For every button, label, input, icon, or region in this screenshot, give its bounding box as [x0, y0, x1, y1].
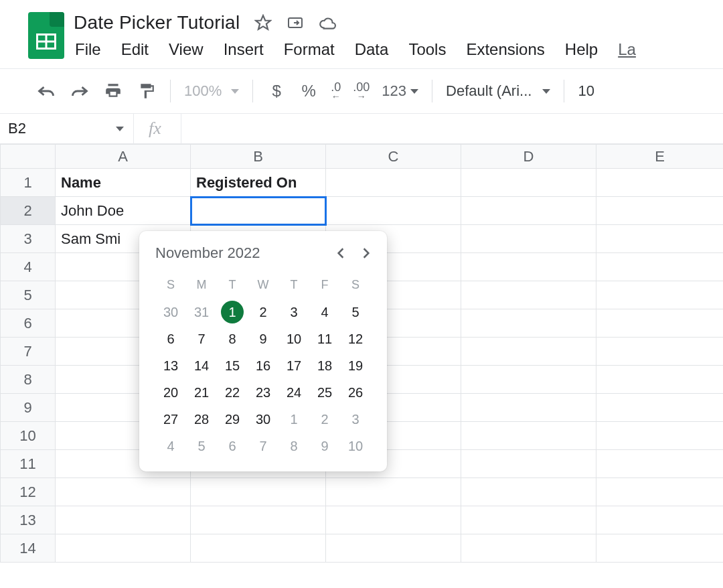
- cell-E1[interactable]: [596, 169, 724, 197]
- increase-decimals-button[interactable]: .00→: [353, 81, 370, 101]
- date-picker-day[interactable]: 16: [248, 352, 278, 379]
- star-icon[interactable]: [254, 14, 272, 31]
- cell-A13[interactable]: [56, 506, 191, 534]
- cell-B13[interactable]: [191, 506, 326, 534]
- cell-E3[interactable]: [596, 225, 724, 253]
- date-picker-day[interactable]: 9: [248, 325, 278, 352]
- date-picker-day[interactable]: 1: [278, 406, 309, 433]
- menu-data[interactable]: Data: [355, 40, 389, 59]
- cell-A12[interactable]: [56, 478, 191, 506]
- cell-C13[interactable]: [326, 506, 461, 534]
- menu-insert[interactable]: Insert: [224, 40, 264, 59]
- date-picker-day[interactable]: 11: [309, 325, 340, 352]
- paint-format-icon[interactable]: [137, 81, 157, 101]
- date-picker-next-month[interactable]: [362, 247, 371, 259]
- cell-A1[interactable]: Name: [56, 169, 191, 197]
- currency-format-icon[interactable]: $: [266, 81, 287, 101]
- date-picker-day[interactable]: 29: [217, 406, 248, 433]
- print-icon[interactable]: [103, 81, 123, 101]
- cell-E2[interactable]: [596, 197, 724, 225]
- cell-D4[interactable]: [461, 253, 596, 281]
- cell-A14[interactable]: [56, 534, 191, 563]
- row-header[interactable]: 3: [1, 225, 56, 253]
- col-header-E[interactable]: E: [596, 145, 724, 169]
- date-picker-day[interactable]: 10: [340, 433, 371, 459]
- date-picker-day[interactable]: 26: [340, 379, 371, 406]
- cell-D1[interactable]: [461, 169, 596, 197]
- date-picker-day[interactable]: 8: [217, 325, 248, 352]
- select-all-corner[interactable]: [1, 145, 56, 169]
- date-picker-month-label[interactable]: November 2022: [155, 244, 260, 262]
- date-picker-day[interactable]: 30: [248, 406, 278, 433]
- cell-E7[interactable]: [596, 338, 724, 366]
- menu-extensions[interactable]: Extensions: [466, 40, 544, 59]
- date-picker-day[interactable]: 2: [248, 299, 278, 325]
- date-picker-day[interactable]: 2: [309, 406, 340, 433]
- cell-D12[interactable]: [461, 478, 596, 506]
- row-header[interactable]: 7: [1, 338, 56, 366]
- cell-D6[interactable]: [461, 309, 596, 338]
- cell-E5[interactable]: [596, 281, 724, 309]
- row-header[interactable]: 1: [1, 169, 56, 197]
- cell-D5[interactable]: [461, 281, 596, 309]
- row-header[interactable]: 13: [1, 506, 56, 534]
- row-header[interactable]: 4: [1, 253, 56, 281]
- cell-B14[interactable]: [191, 534, 326, 563]
- row-header[interactable]: 6: [1, 309, 56, 338]
- cell-D2[interactable]: [461, 197, 596, 225]
- date-picker-day[interactable]: 25: [309, 379, 340, 406]
- date-picker-day[interactable]: 5: [340, 299, 371, 325]
- more-formats-button[interactable]: 123: [382, 81, 418, 101]
- date-picker-day[interactable]: 7: [248, 433, 278, 459]
- formula-input[interactable]: [181, 114, 723, 143]
- date-picker-day[interactable]: 13: [155, 352, 186, 379]
- cell-E9[interactable]: [596, 394, 724, 422]
- row-header[interactable]: 8: [1, 366, 56, 394]
- menu-view[interactable]: View: [169, 40, 204, 59]
- date-picker-day[interactable]: 5: [186, 433, 217, 459]
- date-picker-day[interactable]: 31: [186, 299, 217, 325]
- decrease-decimals-button[interactable]: .0←: [331, 81, 341, 101]
- row-header[interactable]: 10: [1, 422, 56, 450]
- date-picker-day[interactable]: 7: [186, 325, 217, 352]
- cell-E11[interactable]: [596, 450, 724, 478]
- cell-D14[interactable]: [461, 534, 596, 563]
- menu-file[interactable]: File: [75, 40, 101, 59]
- date-picker-day[interactable]: 1: [217, 299, 248, 325]
- date-picker-day[interactable]: 22: [217, 379, 248, 406]
- date-picker-day[interactable]: 9: [309, 433, 340, 459]
- date-picker-day[interactable]: 6: [217, 433, 248, 459]
- cell-B1[interactable]: Registered On: [191, 169, 326, 197]
- cell-C12[interactable]: [326, 478, 461, 506]
- date-picker-day[interactable]: 19: [340, 352, 371, 379]
- cell-E12[interactable]: [596, 478, 724, 506]
- date-picker-day[interactable]: 24: [278, 379, 309, 406]
- cell-A2[interactable]: John Doe: [56, 197, 191, 225]
- date-picker-day[interactable]: 28: [186, 406, 217, 433]
- col-header-B[interactable]: B: [191, 145, 326, 169]
- cell-E8[interactable]: [596, 366, 724, 394]
- date-picker-day[interactable]: 21: [186, 379, 217, 406]
- date-picker-day[interactable]: 23: [248, 379, 278, 406]
- cell-E4[interactable]: [596, 253, 724, 281]
- sheets-logo-icon[interactable]: [28, 12, 64, 59]
- date-picker-day[interactable]: 30: [155, 299, 186, 325]
- row-header[interactable]: 11: [1, 450, 56, 478]
- row-header[interactable]: 12: [1, 478, 56, 506]
- percent-format-icon[interactable]: %: [299, 81, 319, 101]
- cell-D8[interactable]: [461, 366, 596, 394]
- row-header[interactable]: 14: [1, 534, 56, 563]
- cell-B2[interactable]: [191, 197, 326, 225]
- cell-C1[interactable]: [326, 169, 461, 197]
- menu-help[interactable]: Help: [565, 40, 598, 59]
- menu-edit[interactable]: Edit: [121, 40, 149, 59]
- menu-tools[interactable]: Tools: [408, 40, 446, 59]
- cell-D9[interactable]: [461, 394, 596, 422]
- redo-icon[interactable]: [70, 81, 90, 101]
- cell-D13[interactable]: [461, 506, 596, 534]
- name-box[interactable]: B2: [0, 114, 134, 143]
- date-picker-day[interactable]: 12: [340, 325, 371, 352]
- cell-C14[interactable]: [326, 534, 461, 563]
- cell-D10[interactable]: [461, 422, 596, 450]
- font-family-select[interactable]: Default (Ari...: [446, 82, 550, 100]
